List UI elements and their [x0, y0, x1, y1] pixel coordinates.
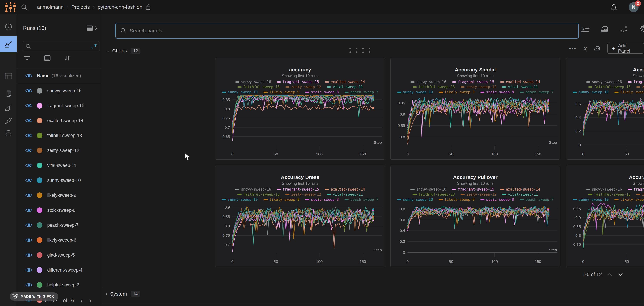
- legend-item[interactable]: zesty-sweep-12: [636, 84, 644, 90]
- runs-prev-page[interactable]: ‹: [80, 298, 83, 303]
- visibility-eye-icon[interactable]: [25, 223, 32, 228]
- charts-collapse-chevron-icon[interactable]: ⌄: [106, 48, 110, 54]
- run-name[interactable]: likely-sweep-6: [47, 237, 76, 243]
- global-search-icon[interactable]: [21, 4, 28, 11]
- runs-table-button[interactable]: [86, 25, 98, 32]
- run-row[interactable]: exalted-sweep-14: [17, 113, 102, 128]
- run-row[interactable]: different-sweep-4: [17, 262, 102, 277]
- legend-item[interactable]: faithful-sweep-13: [238, 192, 280, 197]
- legend-item[interactable]: fragrant-sweep-15: [628, 79, 644, 84]
- panel-search-box[interactable]: [116, 23, 579, 39]
- legend-item[interactable]: zesty-sweep-12: [285, 84, 321, 90]
- visibility-eye-icon[interactable]: [25, 282, 32, 287]
- charts-more-menu[interactable]: •••: [569, 46, 576, 51]
- legend-item[interactable]: vital-sweep-11: [502, 192, 538, 197]
- visibility-eye-icon[interactable]: [25, 208, 32, 213]
- smoothing-iron-icon[interactable]: [600, 25, 609, 33]
- legend-item[interactable]: peach-sweep-7: [520, 197, 553, 202]
- legend-item[interactable]: snowy-sweep-16: [235, 79, 271, 84]
- legend-item[interactable]: snowy-sweep-16: [235, 187, 271, 192]
- run-row[interactable]: sunny-sweep-10: [17, 173, 102, 188]
- legend-item[interactable]: likely-sweep-9: [439, 197, 474, 202]
- legend-item[interactable]: exalted-sweep-14: [325, 79, 365, 84]
- legend-item[interactable]: exalted-sweep-14: [500, 79, 540, 84]
- run-row[interactable]: zesty-sweep-12: [17, 143, 102, 158]
- legend-item[interactable]: stoic-sweep-8: [480, 197, 514, 202]
- section-x-axis-icon[interactable]: x: [584, 46, 587, 51]
- run-name[interactable]: peach-sweep-7: [47, 223, 78, 228]
- page-down-chevron-icon[interactable]: [618, 272, 624, 277]
- visibility-eye-icon[interactable]: [25, 88, 32, 93]
- visibility-eye-icon[interactable]: [25, 103, 32, 108]
- run-name[interactable]: vital-sweep-11: [47, 163, 76, 168]
- legend-item[interactable]: zesty-sweep-12: [460, 84, 496, 90]
- legend-item[interactable]: fragrant-sweep-15: [452, 187, 494, 192]
- rail-info-icon[interactable]: i: [0, 19, 17, 35]
- legend-item[interactable]: snowy-sweep-16: [586, 187, 622, 192]
- chart-plot[interactable]: 00.20.40.60.8050100150Step: [390, 202, 560, 267]
- visibility-eye-icon[interactable]: [25, 252, 32, 258]
- legend-item[interactable]: snowy-sweep-16: [410, 187, 446, 192]
- group-icon[interactable]: [44, 55, 51, 61]
- visibility-eye-icon[interactable]: [25, 237, 32, 243]
- run-row[interactable]: glad-sweep-5: [17, 248, 102, 262]
- x-axis-settings-icon[interactable]: x→: [581, 26, 589, 32]
- legend-item[interactable]: vital-sweep-11: [327, 84, 363, 90]
- legend-item[interactable]: fragrant-sweep-15: [628, 187, 644, 192]
- legend-item[interactable]: zesty-sweep-12: [636, 192, 644, 197]
- rail-artifacts-icon[interactable]: [0, 126, 17, 142]
- gear-icon[interactable]: [639, 25, 644, 33]
- legend-item[interactable]: likely-sweep-9: [264, 197, 300, 202]
- visibility-eye-icon[interactable]: [25, 267, 32, 272]
- regex-toggle[interactable]: .*: [90, 45, 97, 48]
- run-search-box[interactable]: .*: [22, 41, 100, 52]
- panel-search-input[interactable]: [130, 28, 574, 34]
- section-smoothing-icon[interactable]: [593, 45, 600, 52]
- run-search-input[interactable]: [34, 44, 90, 49]
- legend-item[interactable]: vital-sweep-11: [502, 84, 538, 90]
- charts-section-header[interactable]: ⌄ Charts 12: [106, 45, 640, 56]
- visibility-eye-icon[interactable]: [25, 148, 32, 153]
- run-row[interactable]: peach-sweep-7: [17, 218, 102, 233]
- legend-item[interactable]: sunny-sweep-10: [573, 90, 609, 95]
- legend-item[interactable]: stoic-sweep-8: [305, 197, 339, 202]
- visibility-eye-icon[interactable]: [25, 118, 32, 123]
- legend-item[interactable]: snowy-sweep-16: [586, 79, 622, 84]
- wandb-logo-icon[interactable]: [4, 2, 17, 13]
- run-row[interactable]: fragrant-sweep-15: [17, 98, 102, 113]
- sort-icon[interactable]: [64, 55, 71, 62]
- notifications-bell-icon[interactable]: [610, 3, 618, 11]
- visibility-eye-icon[interactable]: [25, 133, 32, 138]
- breadcrumb-item[interactable]: Projects: [72, 4, 90, 10]
- breadcrumb-item[interactable]: anmolmann: [37, 4, 64, 10]
- legend-item[interactable]: stoic-sweep-8: [480, 90, 514, 95]
- run-list-header-row[interactable]: Name (16 visualized): [17, 68, 102, 83]
- run-name[interactable]: stoic-sweep-8: [47, 208, 76, 213]
- legend-item[interactable]: stoic-sweep-8: [305, 90, 339, 95]
- visibility-eye-icon[interactable]: [25, 193, 32, 198]
- legend-item[interactable]: sunny-sweep-10: [573, 197, 609, 202]
- run-row[interactable]: helpful-sweep-3: [17, 277, 102, 292]
- legend-item[interactable]: snowy-sweep-16: [410, 79, 446, 84]
- section-drag-handle[interactable]: [347, 47, 372, 54]
- legend-item[interactable]: peach-sweep-7: [520, 90, 553, 95]
- chart-panel[interactable]: Accuracy ShirtShowing first 10 runssnowy…: [566, 58, 644, 160]
- legend-item[interactable]: faithful-sweep-13: [413, 192, 455, 197]
- chart-panel[interactable]: accuracyShowing first 10 runssnowy-sweep…: [215, 58, 385, 160]
- chart-plot[interactable]: 0.750.80.850.90.95050100150Step: [566, 202, 644, 267]
- run-name[interactable]: zesty-sweep-12: [47, 148, 79, 153]
- system-expand-chevron-icon[interactable]: ›: [106, 291, 107, 296]
- legend-item[interactable]: faithful-sweep-13: [238, 84, 280, 90]
- legend-item[interactable]: zesty-sweep-12: [460, 192, 496, 197]
- legend-item[interactable]: exalted-sweep-14: [500, 187, 540, 192]
- legend-item[interactable]: likely-sweep-9: [264, 90, 300, 95]
- run-name[interactable]: different-sweep-4: [47, 267, 82, 273]
- run-row[interactable]: vital-sweep-11: [17, 158, 102, 173]
- breadcrumb-item[interactable]: pytorch-cnn-fashion: [98, 4, 142, 10]
- legend-item[interactable]: vital-sweep-11: [327, 192, 363, 197]
- rail-table-icon[interactable]: [0, 68, 17, 84]
- legend-item[interactable]: sunny-sweep-10: [397, 197, 433, 202]
- visibility-eye-icon[interactable]: [25, 163, 32, 168]
- chart-panel[interactable]: Accuracy SneakerShowing first 10 runssno…: [566, 166, 644, 267]
- run-name[interactable]: exalted-sweep-14: [47, 118, 83, 123]
